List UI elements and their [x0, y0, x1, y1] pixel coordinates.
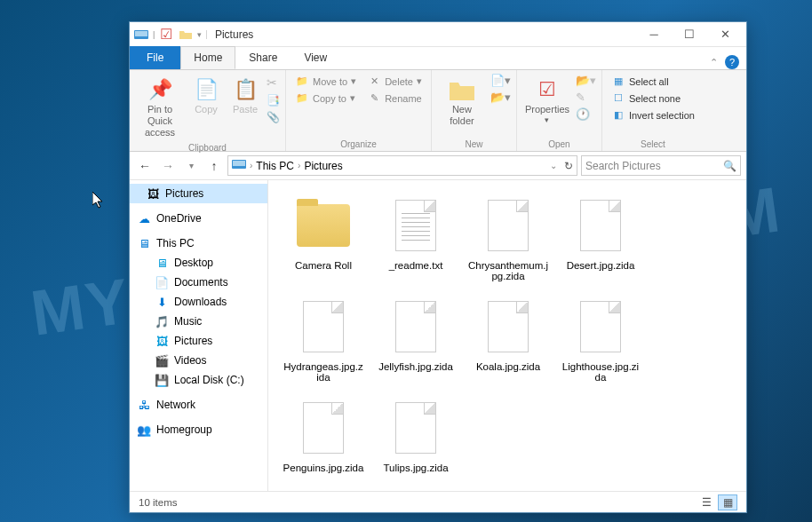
sidebar-item-homegroup[interactable]: 👥Homegroup	[130, 420, 267, 439]
breadcrumb-pictures[interactable]: Pictures	[304, 160, 342, 172]
sidebar-item-music[interactable]: 🎵Music	[130, 312, 267, 331]
easy-access-icon[interactable]: 📂▾	[490, 91, 511, 104]
properties-icon[interactable]: ☑	[158, 28, 174, 42]
delete-button[interactable]: ✕Delete ▾	[363, 74, 426, 89]
file-label: Tulips.jpg.zida	[383, 463, 448, 473]
sidebar-item-desktop[interactable]: 🖥Desktop	[130, 253, 267, 273]
blank-file-icon	[385, 397, 447, 459]
homegroup-icon: 👥	[137, 423, 151, 437]
icons-view-button[interactable]: ▦	[718, 494, 737, 510]
invert-button[interactable]: ◧Invert selection	[608, 107, 698, 123]
file-label: Camera Roll	[295, 260, 352, 271]
file-label: Chrysanthemum.jpg.zida	[467, 260, 549, 281]
rename-button[interactable]: ✎Rename	[363, 91, 426, 106]
moveto-icon: 📁	[295, 75, 309, 87]
address-input[interactable]: › This PC › Pictures ⌄ ↻	[227, 155, 577, 176]
tab-share[interactable]: Share	[235, 46, 291, 69]
qat-sep: |	[205, 29, 208, 39]
help-icon[interactable]: ?	[725, 55, 739, 69]
tab-view[interactable]: View	[291, 46, 340, 69]
pin-button[interactable]: 📌 Pin to Quick access	[135, 74, 185, 141]
tab-file[interactable]: File	[130, 46, 180, 69]
file-view[interactable]: Camera Roll_readme.txtChrysanthemum.jpg.…	[268, 180, 746, 491]
new-label: New	[437, 138, 511, 149]
moveto-button[interactable]: 📁Move to ▾	[291, 74, 360, 89]
desktop-icon: 🖥	[155, 256, 169, 270]
rename-icon: ✎	[367, 92, 381, 104]
new-item-icon[interactable]: 📄▾	[490, 74, 511, 87]
selectall-icon: ▦	[611, 75, 625, 87]
blank-file-icon	[477, 194, 539, 257]
file-item[interactable]: Lighthouse.jpg.zida	[556, 292, 645, 386]
file-item[interactable]: Camera Roll	[279, 191, 368, 285]
recent-button[interactable]: ▾	[181, 156, 201, 176]
copy-path-icon[interactable]: 📑	[267, 94, 280, 107]
file-item[interactable]: Jellyfish.jpg.zida	[371, 292, 460, 386]
file-item[interactable]: Tulips.jpg.zida	[371, 393, 460, 477]
collapse-ribbon-icon[interactable]: ⌃	[710, 57, 718, 68]
explorer-window: | ☑ ▾ | Pictures ─ ☐ ✕ File Home Share V…	[129, 21, 747, 513]
paste-shortcut-icon[interactable]: 📎	[267, 111, 280, 123]
pictures-icon: 🖼	[155, 334, 169, 348]
file-item[interactable]: Hydrangeas.jpg.zida	[279, 292, 368, 386]
sidebar-item-pictures2[interactable]: 🖼Pictures	[130, 331, 267, 351]
file-item[interactable]: _readme.txt	[371, 191, 460, 285]
qat-dropdown-icon[interactable]: ▾	[197, 30, 202, 39]
edit-icon[interactable]: ✎	[576, 91, 596, 104]
file-item[interactable]: Chrysanthemum.jpg.zida	[464, 191, 553, 285]
history-icon[interactable]: 🕐	[576, 107, 596, 121]
breadcrumb-thispc[interactable]: This PC	[256, 160, 294, 172]
sidebar-item-thispc[interactable]: 🖥This PC	[130, 233, 267, 253]
folder-icon[interactable]	[178, 28, 194, 42]
close-button[interactable]: ✕	[707, 23, 743, 46]
ribbon: 📌 Pin to Quick access 📄 Copy 📋 Paste ✂ 📑…	[130, 70, 746, 152]
file-label: Jellyfish.jpg.zida	[378, 361, 453, 372]
maximize-button[interactable]: ☐	[672, 23, 707, 46]
paste-icon: 📋	[234, 75, 258, 104]
tab-home[interactable]: Home	[180, 46, 235, 69]
sidebar-item-videos[interactable]: 🎬Videos	[130, 351, 267, 370]
file-item[interactable]: Koala.jpg.zida	[464, 292, 553, 386]
minimize-button[interactable]: ─	[636, 23, 672, 46]
forward-button[interactable]: →	[158, 156, 178, 176]
copy-button[interactable]: 📄 Copy	[188, 74, 224, 117]
file-item[interactable]: Desert.jpg.zida	[556, 191, 645, 285]
address-dropdown-icon[interactable]: ⌄	[550, 161, 557, 170]
sidebar-item-documents[interactable]: 📄Documents	[130, 273, 267, 292]
breadcrumb-sep: ›	[250, 161, 252, 170]
sidebar-item-pictures[interactable]: 🖼Pictures	[130, 184, 267, 203]
details-view-button[interactable]: ☰	[697, 494, 716, 510]
pin-icon: 📌	[148, 75, 172, 104]
refresh-icon[interactable]: ↻	[564, 160, 573, 172]
newfolder-button[interactable]: New folder	[437, 74, 487, 129]
selectall-button[interactable]: ▦Select all	[608, 74, 698, 89]
invert-icon: ◧	[611, 109, 625, 121]
properties-button[interactable]: ☑ Properties ▾	[522, 74, 572, 127]
onedrive-icon: ☁	[137, 211, 151, 225]
blank-file-icon	[385, 296, 447, 358]
sidebar-item-network[interactable]: 🖧Network	[130, 395, 267, 415]
videos-icon: 🎬	[155, 353, 169, 368]
disk-icon: 💾	[155, 373, 169, 387]
blank-file-icon	[292, 397, 354, 459]
copyto-icon: 📁	[295, 92, 309, 104]
up-button[interactable]: ↑	[204, 156, 224, 176]
location-icon	[232, 158, 246, 173]
sidebar-item-localdisk[interactable]: 💾Local Disk (C:)	[130, 370, 267, 390]
paste-button[interactable]: 📋 Paste	[227, 74, 263, 117]
selectnone-button[interactable]: ☐Select none	[608, 91, 698, 106]
file-label: Penguins.jpg.zida	[283, 463, 364, 473]
sidebar-item-downloads[interactable]: ⬇Downloads	[130, 292, 267, 312]
sidebar-item-onedrive[interactable]: ☁OneDrive	[130, 209, 267, 228]
back-button[interactable]: ←	[135, 156, 155, 176]
properties-icon: ☑	[538, 75, 556, 104]
file-item[interactable]: Penguins.jpg.zida	[279, 393, 368, 477]
search-input[interactable]: Search Pictures 🔍	[581, 155, 741, 176]
blank-file-icon	[569, 194, 632, 257]
open-icon[interactable]: 📂▾	[576, 74, 596, 87]
copyto-button[interactable]: 📁Copy to ▾	[291, 91, 360, 106]
selectnone-icon: ☐	[611, 92, 625, 104]
file-label: Lighthouse.jpg.zida	[560, 361, 641, 383]
file-label: Hydrangeas.jpg.zida	[283, 361, 364, 383]
cut-icon[interactable]: ✂	[267, 75, 280, 90]
